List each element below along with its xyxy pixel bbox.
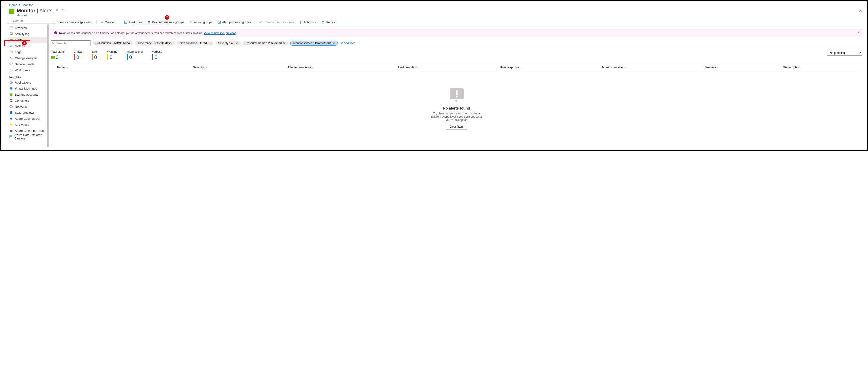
empty-message: Try changing your search or choose a dif…	[431, 112, 482, 122]
sidebar-item-networks[interactable]: Networks	[8, 103, 47, 110]
col-response[interactable]: User response↑↓	[500, 66, 602, 69]
col-subscription[interactable]: Subscription	[783, 66, 862, 69]
chevron-down-icon: ▾	[315, 21, 316, 24]
stat-verbose[interactable]: Verbose 0	[152, 50, 162, 60]
key-icon	[9, 123, 13, 126]
col-fire-time[interactable]: Fire time↑↓	[705, 66, 783, 69]
filter-resource-name[interactable]: Resource name : 2 selected✕	[243, 41, 288, 45]
sidebar-item-keyvaults[interactable]: Key Vaults	[8, 122, 47, 128]
remove-filter-icon[interactable]: ✕	[236, 42, 238, 45]
sidebar-item-label: Virtual Machines	[15, 87, 37, 90]
close-button[interactable]: ✕	[858, 7, 863, 14]
sidebar-search-input[interactable]	[8, 18, 54, 24]
change-analysis-icon	[9, 56, 13, 60]
annotation-badge-1: 1	[22, 41, 27, 45]
sidebar-item-label: Activity log	[15, 32, 29, 36]
filter-monitor-service[interactable]: Monitor service : Prometheus✕	[290, 41, 338, 46]
actions-button[interactable]: Actions ▾	[297, 20, 318, 25]
grouping-select[interactable]: No grouping	[827, 50, 862, 56]
svg-rect-32	[10, 130, 12, 131]
view-timeline-button[interactable]: View as timeline (preview)	[51, 20, 94, 25]
sidebar-item-workbooks[interactable]: Workbooks	[8, 67, 47, 73]
sidebar-item-label: Networks	[15, 105, 27, 108]
alert-rules-button[interactable]: Alert rules	[122, 20, 144, 25]
stat-informational[interactable]: Informational 0	[127, 50, 143, 60]
remove-filter-icon[interactable]: ✕	[208, 42, 211, 45]
banner-timeline-link[interactable]: View as timeline (preview)	[204, 32, 236, 35]
create-button[interactable]: Create ▾	[98, 20, 118, 25]
pin-icon[interactable]	[56, 8, 59, 11]
col-severity[interactable]: Severity↑↓	[193, 66, 287, 69]
storage-icon	[9, 93, 13, 96]
sidebar-item-adx[interactable]: Azure Data Explorer Clusters	[8, 134, 47, 140]
col-name[interactable]: Name↑↓	[51, 66, 193, 69]
stat-warning[interactable]: Warning 0	[107, 50, 117, 60]
stat-total[interactable]: Total alerts 0	[51, 50, 64, 60]
sidebar-item-overview[interactable]: Overview	[8, 25, 47, 31]
org-label: Microsoft	[17, 14, 53, 17]
filter-search-input[interactable]	[51, 40, 91, 46]
sidebar-item-sql[interactable]: SQL (preview)	[8, 110, 47, 116]
sidebar-item-redis[interactable]: Azure Cache for Redis	[8, 128, 47, 134]
svg-rect-34	[10, 135, 12, 138]
prometheus-icon	[147, 21, 151, 24]
breadcrumb-home[interactable]: Home	[9, 3, 18, 7]
svg-rect-9	[10, 46, 11, 47]
sidebar-item-vms[interactable]: Virtual Machines	[8, 85, 47, 91]
sidebar-item-alerts[interactable]: Alerts	[8, 37, 47, 43]
sidebar-item-containers[interactable]: Containers	[8, 97, 47, 103]
sidebar-item-service-health[interactable]: Service health	[8, 61, 47, 67]
svg-rect-33	[10, 131, 12, 132]
sidebar-item-logs[interactable]: Logs	[8, 49, 47, 55]
processing-rules-icon	[218, 21, 221, 24]
remove-filter-icon[interactable]: ✕	[283, 42, 285, 45]
sql-icon	[9, 111, 13, 115]
grouping-select-wrap: No grouping	[827, 50, 862, 56]
sidebar-item-applications[interactable]: Applications	[8, 80, 47, 85]
sidebar-item-cosmos[interactable]: Azure Cosmos DB	[8, 116, 47, 122]
plus-icon	[100, 21, 103, 24]
sidebar-item-storage[interactable]: Storage accounts	[8, 91, 47, 97]
empty-icon	[447, 87, 466, 103]
sidebar-item-label: SQL (preview)	[15, 111, 34, 115]
summary-stats: Total alerts 0 Critical 0 Error 0 Warnin…	[51, 50, 862, 60]
stat-error[interactable]: Error 0	[92, 50, 98, 60]
sidebar-item-change-analysis[interactable]: Change Analysis	[8, 55, 47, 61]
sidebar-item-activity-log[interactable]: Activity log	[8, 31, 47, 37]
filter-subscription[interactable]: Subscription : ACME Telco	[93, 41, 133, 45]
empty-state: No alerts found Try changing your search…	[51, 87, 862, 129]
sidebar-item-label: Change Analysis	[15, 56, 37, 60]
sidebar-item-label: Storage accounts	[15, 93, 38, 96]
stat-critical[interactable]: Critical 0	[74, 50, 82, 60]
sidebar-item-label: Applications	[15, 81, 31, 84]
col-condition[interactable]: Alert condition↑↓	[398, 66, 500, 69]
more-icon[interactable]: ⋯	[62, 8, 65, 11]
svg-rect-19	[10, 94, 12, 94]
svg-point-43	[191, 21, 192, 22]
banner-close-button[interactable]: ✕	[858, 31, 860, 34]
annotation-badge-2: 2	[165, 15, 169, 20]
col-service[interactable]: Monitor service↑↓	[602, 66, 705, 69]
svg-rect-25	[11, 101, 12, 102]
add-filter-button[interactable]: + Add filter	[340, 41, 355, 45]
filter-severity[interactable]: Severity : all✕	[216, 41, 241, 45]
clear-filters-button[interactable]: Clear filters	[446, 124, 467, 129]
empty-title: No alerts found	[51, 106, 862, 111]
col-resource[interactable]: Affected resource↑↓	[287, 66, 398, 69]
remove-filter-icon[interactable]: ✕	[333, 42, 335, 45]
toolbar: View as timeline (preview) Create ▾ Aler…	[51, 18, 862, 27]
alert-processing-rules-button[interactable]: Alert processing rules	[216, 20, 253, 25]
filter-alert-condition[interactable]: Alert condition : Fired✕	[177, 41, 213, 45]
refresh-button[interactable]: Refresh	[319, 20, 339, 25]
sidebar-item-label: Azure Cosmos DB	[15, 117, 40, 120]
breadcrumb: Home > Monitor	[2, 2, 866, 7]
filter-icon: +	[340, 42, 343, 44]
prometheus-rule-groups-button[interactable]: Prometheus rule groups	[146, 20, 186, 25]
filter-time-range[interactable]: Time range : Past 30 days	[135, 41, 175, 45]
networks-icon	[9, 105, 13, 108]
action-groups-button[interactable]: Action groups	[187, 20, 214, 25]
refresh-icon	[321, 21, 324, 24]
redis-icon	[9, 129, 13, 132]
sidebar-item-metrics[interactable]: Metrics	[8, 43, 47, 49]
breadcrumb-monitor[interactable]: Monitor	[23, 3, 33, 7]
